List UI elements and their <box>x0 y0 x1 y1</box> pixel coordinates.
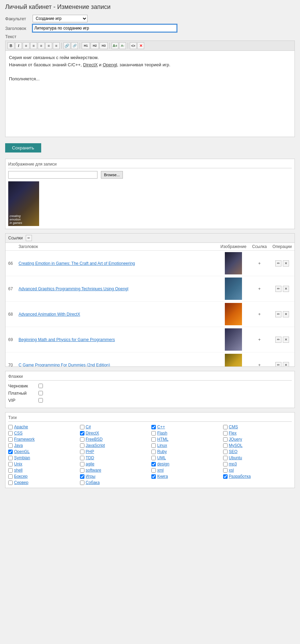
flag-checkbox[interactable] <box>38 398 43 403</box>
title-input[interactable] <box>33 24 177 32</box>
link2-btn[interactable]: 🔗 <box>71 42 78 49</box>
tag-link[interactable]: CSS <box>14 431 23 436</box>
tag-link[interactable]: Flash <box>157 431 167 436</box>
tag-link[interactable]: Framework <box>14 437 35 442</box>
file-input[interactable] <box>8 171 97 179</box>
tag-checkbox[interactable] <box>151 456 156 460</box>
delete-btn[interactable]: ✕ <box>283 286 289 292</box>
tag-link[interactable]: design <box>157 462 169 466</box>
tag-link[interactable]: TDD <box>86 455 94 460</box>
tag-link[interactable]: Java <box>14 443 23 448</box>
font-larger-btn[interactable]: A+ <box>112 42 118 49</box>
tag-link[interactable]: Сервер <box>14 480 28 485</box>
tag-checkbox[interactable] <box>8 431 13 436</box>
tag-link[interactable]: Apache <box>14 425 28 429</box>
browse-button[interactable]: Browse... <box>101 171 123 179</box>
edit-btn[interactable]: ✏ <box>275 286 281 292</box>
tag-checkbox[interactable] <box>8 474 13 479</box>
tag-checkbox[interactable] <box>223 425 228 429</box>
tag-checkbox[interactable] <box>80 437 84 442</box>
align-left-btn[interactable]: ≡ <box>23 42 30 49</box>
tag-link[interactable]: C++ <box>157 425 165 429</box>
tag-link[interactable]: Flex <box>229 431 237 436</box>
editor-content[interactable]: Серия книг связанных с гейм мейкерством.… <box>5 51 295 137</box>
tag-checkbox[interactable] <box>8 462 13 466</box>
tag-checkbox[interactable] <box>223 437 228 442</box>
tag-checkbox[interactable] <box>223 456 228 460</box>
link-btn[interactable]: 🔗 <box>64 42 70 49</box>
tag-checkbox[interactable] <box>8 468 13 473</box>
tag-link[interactable]: HTML <box>157 437 169 442</box>
tag-checkbox[interactable] <box>80 431 84 436</box>
tag-checkbox[interactable] <box>223 462 228 466</box>
tag-link[interactable]: MySQL <box>229 443 243 448</box>
align-right-btn[interactable]: ≡ <box>38 42 45 49</box>
tag-checkbox[interactable] <box>80 443 84 448</box>
tag-link[interactable]: Unix <box>14 462 22 466</box>
tag-checkbox[interactable] <box>151 474 156 479</box>
tag-link[interactable]: agile <box>86 462 94 466</box>
tag-link[interactable]: software <box>86 468 101 473</box>
tag-checkbox[interactable] <box>223 468 228 473</box>
links-add-btn[interactable]: ✏ <box>26 235 32 241</box>
h3-btn[interactable]: H3 <box>100 42 108 49</box>
links-scroll[interactable]: Заголовок Изображение Ссылка Операции 66… <box>5 243 295 366</box>
tag-checkbox[interactable] <box>223 431 228 436</box>
tag-link[interactable]: Ruby <box>157 449 167 454</box>
tag-checkbox[interactable] <box>80 425 84 429</box>
tag-link[interactable]: UML <box>157 455 166 460</box>
font-smaller-btn[interactable]: A- <box>119 42 126 49</box>
tag-link[interactable]: DirectX <box>86 431 99 436</box>
tag-link[interactable]: C# <box>86 425 91 429</box>
edit-btn[interactable]: ✏ <box>275 337 281 343</box>
tag-checkbox[interactable] <box>8 456 13 460</box>
tag-link[interactable]: Разработка <box>229 474 251 479</box>
tag-link[interactable]: CMS <box>229 425 238 429</box>
tag-checkbox[interactable] <box>223 443 228 448</box>
edit-btn[interactable]: ✏ <box>275 311 281 317</box>
tag-link[interactable]: JavaScript <box>86 443 105 448</box>
tag-checkbox[interactable] <box>151 450 156 454</box>
tag-link[interactable]: PHP <box>86 449 94 454</box>
h2-btn[interactable]: H2 <box>91 42 99 49</box>
delete-btn[interactable]: ✕ <box>283 337 289 343</box>
delete-btn[interactable]: ✕ <box>283 260 289 267</box>
flag-checkbox[interactable] <box>38 391 43 395</box>
list-btn[interactable]: ≡ <box>53 42 60 49</box>
edit-btn[interactable]: ✏ <box>275 362 281 367</box>
tag-checkbox[interactable] <box>8 481 13 485</box>
tag-checkbox[interactable] <box>8 425 13 429</box>
tag-link[interactable]: Книга <box>157 474 168 479</box>
tag-checkbox[interactable] <box>151 462 156 466</box>
flag-checkbox[interactable] <box>38 384 43 388</box>
edit-btn[interactable]: ✏ <box>275 260 281 267</box>
delete-btn[interactable]: ✕ <box>283 311 289 317</box>
tag-link[interactable]: xsl <box>229 468 234 473</box>
tag-link[interactable]: mp3 <box>229 462 237 466</box>
tag-link[interactable]: Linux <box>157 443 167 448</box>
tag-checkbox[interactable] <box>151 437 156 442</box>
tag-link[interactable]: Собака <box>86 480 100 485</box>
indent-btn[interactable]: ≡ <box>45 42 52 49</box>
tag-checkbox[interactable] <box>151 431 156 436</box>
tag-link[interactable]: JQuery <box>229 437 242 442</box>
tag-checkbox[interactable] <box>8 450 13 454</box>
delete-btn[interactable]: ✕ <box>283 362 289 367</box>
tag-checkbox[interactable] <box>80 450 84 454</box>
save-button[interactable]: Сохранить <box>5 143 41 152</box>
clear-btn[interactable]: ✕ <box>137 42 144 49</box>
tag-checkbox[interactable] <box>8 437 13 442</box>
tag-checkbox[interactable] <box>151 425 156 429</box>
tag-checkbox[interactable] <box>8 443 13 448</box>
tag-link[interactable]: OpenGL <box>14 449 30 454</box>
tag-link[interactable]: Ubuntu <box>229 455 242 460</box>
tag-link[interactable]: xml <box>157 468 164 473</box>
tag-checkbox[interactable] <box>80 456 84 460</box>
h1-btn[interactable]: H1 <box>82 42 90 49</box>
tag-checkbox[interactable] <box>151 468 156 473</box>
bold-btn[interactable]: B <box>8 42 14 49</box>
tag-link[interactable]: Боксер <box>14 474 27 479</box>
tag-checkbox[interactable] <box>80 481 84 485</box>
tag-link[interactable]: Symbian <box>14 455 30 460</box>
align-center-btn[interactable]: ≡ <box>30 42 37 49</box>
